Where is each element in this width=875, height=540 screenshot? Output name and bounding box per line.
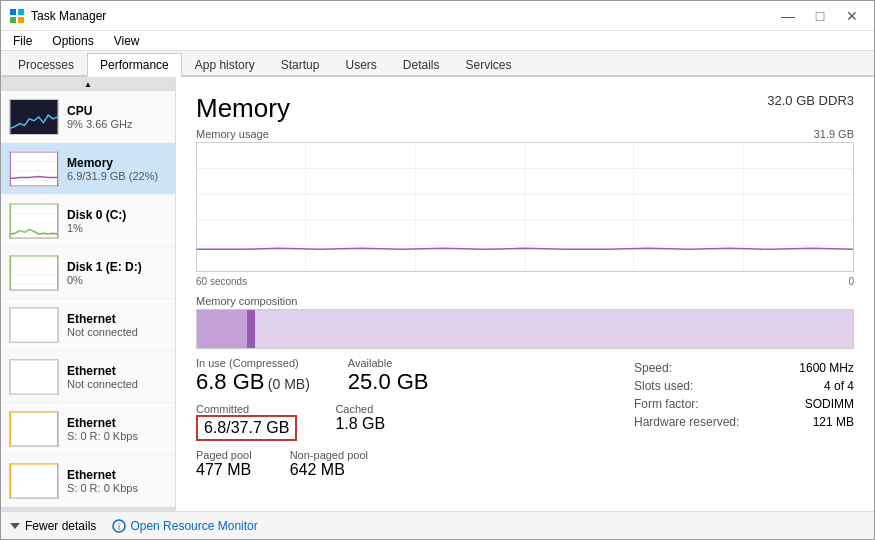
slots-row: Slots used: 4 of 4 [634,379,854,393]
sidebar-item-memory[interactable]: Memory 6.9/31.9 GB (22%) [1,143,175,195]
menu-options[interactable]: Options [44,32,101,50]
svg-text:i: i [118,522,120,532]
main-subtitle: 32.0 GB DDR3 [767,93,854,108]
footer-bar: Fewer details i Open Resource Monitor [1,511,874,539]
mem-standby-bar [255,310,853,348]
form-row: Form factor: SODIMM [634,397,854,411]
eth1-name: Ethernet [67,312,167,326]
cpu-name: CPU [67,104,167,118]
tab-processes[interactable]: Processes [5,53,87,77]
menu-view[interactable]: View [106,32,148,50]
fewer-details-button[interactable]: Fewer details [9,519,96,533]
stats-area: In use (Compressed) 6.8 GB (0 MB) Availa… [196,357,854,479]
svg-rect-21 [10,360,57,394]
tab-users[interactable]: Users [332,53,389,77]
eth1-value: Not connected [67,326,167,338]
committed-block: Committed 6.8/37.7 GB [196,403,305,441]
eth1-thumbnail [9,307,59,343]
svg-rect-1 [18,9,24,15]
maximize-button[interactable]: □ [806,6,834,26]
arrow-icon [9,520,21,532]
main-panel: Memory 32.0 GB DDR3 Memory usage 31.9 GB [176,77,874,511]
disk1-name: Disk 1 (E: D:) [67,260,167,274]
disk1-value: 0% [67,274,167,286]
cpu-thumbnail [9,99,59,135]
stats-row3: Paged pool 477 MB Non-paged pool 642 MB [196,449,614,479]
memory-usage-chart [196,142,854,272]
sidebar-item-eth2[interactable]: Ethernet Not connected [1,351,175,403]
tabs-bar: Processes Performance App history Startu… [1,51,874,77]
eth2-name: Ethernet [67,364,167,378]
disk0-value: 1% [67,222,167,234]
svg-rect-0 [10,9,16,15]
memory-composition-label: Memory composition [196,295,854,307]
app-icon [9,8,25,24]
hw-reserved-row: Hardware reserved: 121 MB [634,415,854,429]
in-use-block: In use (Compressed) 6.8 GB (0 MB) [196,357,318,395]
tab-services[interactable]: Services [453,53,525,77]
svg-rect-15 [10,256,57,290]
svg-rect-19 [10,308,57,342]
chart-time-labels: 60 seconds 0 [196,276,854,287]
right-stats: Speed: 1600 MHz Slots used: 4 of 4 Form … [634,357,854,479]
svg-rect-25 [10,464,57,498]
disk0-name: Disk 0 (C:) [67,208,167,222]
eth1-info: Ethernet Not connected [67,312,167,338]
eth3-name: Ethernet [67,416,167,430]
tab-performance[interactable]: Performance [87,53,182,77]
paged-block: Paged pool 477 MB [196,449,260,479]
eth4-value: S: 0 R: 0 Kbps [67,482,167,494]
title-bar-left: Task Manager [9,8,106,24]
sidebar-item-eth3[interactable]: Ethernet S: 0 R: 0 Kbps [1,403,175,455]
tab-app-history[interactable]: App history [182,53,268,77]
memory-name: Memory [67,156,167,170]
in-use-value: 6.8 GB (0 MB) [196,369,310,395]
eth3-value: S: 0 R: 0 Kbps [67,430,167,442]
menu-file[interactable]: File [5,32,40,50]
sidebar-item-disk0[interactable]: Disk 0 (C:) 1% [1,195,175,247]
svg-marker-36 [10,523,20,529]
eth4-thumbnail [9,463,59,499]
window-controls: — □ ✕ [774,6,866,26]
sidebar-item-eth4[interactable]: Ethernet S: 0 R: 0 Kbps [1,455,175,507]
memory-usage-label: Memory usage 31.9 GB [196,128,854,140]
close-button[interactable]: ✕ [838,6,866,26]
disk0-info: Disk 0 (C:) 1% [67,208,167,234]
sidebar-item-cpu[interactable]: CPU 9% 3.66 GHz [1,91,175,143]
tab-startup[interactable]: Startup [268,53,333,77]
nonpaged-block: Non-paged pool 642 MB [290,449,376,479]
sidebar-scroll-up[interactable]: ▲ [1,77,175,91]
cpu-info: CPU 9% 3.66 GHz [67,104,167,130]
svg-rect-5 [10,152,57,186]
eth4-info: Ethernet S: 0 R: 0 Kbps [67,468,167,494]
main-header: Memory 32.0 GB DDR3 [196,93,854,124]
sidebar-item-disk1[interactable]: Disk 1 (E: D:) 0% [1,247,175,299]
committed-value-box: 6.8/37.7 GB [196,415,297,441]
disk1-info: Disk 1 (E: D:) 0% [67,260,167,286]
disk0-thumbnail [9,203,59,239]
tab-details[interactable]: Details [390,53,453,77]
available-block: Available 25.0 GB [348,357,437,395]
left-stats: In use (Compressed) 6.8 GB (0 MB) Availa… [196,357,614,479]
eth4-name: Ethernet [67,468,167,482]
svg-rect-2 [10,17,16,23]
memory-composition-bar [196,309,854,349]
eth3-info: Ethernet S: 0 R: 0 Kbps [67,416,167,442]
menu-bar: File Options View [1,31,874,51]
stats-row2: Committed 6.8/37.7 GB Cached 1.8 GB [196,403,614,441]
memory-value: 6.9/31.9 GB (22%) [67,170,167,182]
main-title: Memory [196,93,290,124]
stats-row1: In use (Compressed) 6.8 GB (0 MB) Availa… [196,357,614,395]
memory-info: Memory 6.9/31.9 GB (22%) [67,156,167,182]
resource-monitor-icon: i [112,519,126,533]
svg-rect-10 [10,204,57,238]
sidebar-item-eth1[interactable]: Ethernet Not connected [1,299,175,351]
eth2-thumbnail [9,359,59,395]
speed-row: Speed: 1600 MHz [634,361,854,375]
svg-rect-3 [18,17,24,23]
minimize-button[interactable]: — [774,6,802,26]
task-manager-window: Task Manager — □ ✕ File Options View Pro… [0,0,875,540]
open-resource-monitor-link[interactable]: i Open Resource Monitor [112,519,257,533]
window-title: Task Manager [31,9,106,23]
cpu-value: 9% 3.66 GHz [67,118,167,130]
